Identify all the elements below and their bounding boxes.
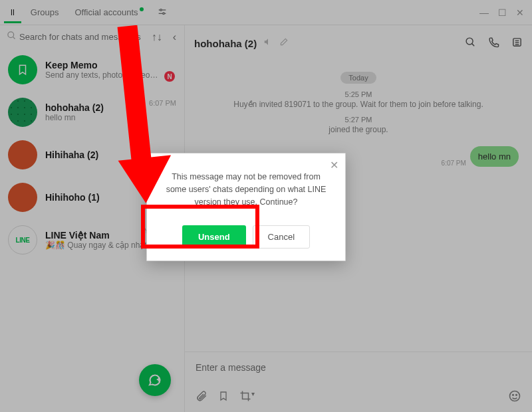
attach-icon[interactable]	[196, 390, 207, 405]
unsend-button[interactable]: Unsend	[182, 225, 246, 249]
composer-toolbar: ▾	[185, 376, 532, 412]
menu-list-icon[interactable]	[511, 37, 523, 51]
svg-point-17	[516, 395, 517, 396]
dialog-text: This message may not be removed from som…	[162, 171, 331, 208]
chat-preview: 🎉🎊 Quay ngay & cập nhật thông tin để nhậ…	[45, 241, 158, 250]
avatar: LINE	[8, 225, 37, 255]
chat-item-hohohaha[interactable]: hohohaha (2) hello mn 6:07 PM	[0, 91, 184, 134]
avatar	[8, 98, 37, 127]
avatar	[8, 140, 37, 169]
sliders-icon[interactable]	[157, 7, 168, 18]
chat-time: 6:07 PM	[149, 99, 176, 107]
system-time: 5:27 PM	[198, 116, 519, 124]
collapse-chevron-icon[interactable]: ‹	[169, 31, 180, 43]
search-input[interactable]	[19, 32, 145, 42]
bookmark-compose-icon[interactable]	[218, 391, 229, 404]
svg-point-4	[8, 32, 14, 38]
call-icon[interactable]	[488, 37, 499, 51]
svg-point-3	[162, 13, 164, 15]
message-bubble[interactable]: hello mn	[470, 146, 519, 167]
close-icon[interactable]: ✕	[330, 159, 338, 171]
sort-icon[interactable]: ↑↓	[148, 31, 166, 43]
message-input[interactable]	[196, 362, 521, 373]
emoji-icon[interactable]	[508, 389, 521, 405]
tab-official-accounts[interactable]: Official accounts	[68, 1, 150, 23]
svg-point-15	[510, 391, 520, 401]
svg-line-10	[472, 43, 475, 46]
search-icon	[7, 31, 17, 43]
chat-title: Keep Memo	[45, 60, 176, 70]
svg-point-9	[466, 38, 473, 45]
window-controls: — ☐ ✕	[479, 7, 528, 18]
maximize-icon[interactable]: ☐	[498, 7, 507, 18]
tab-groups[interactable]: Groups	[24, 1, 66, 23]
avatar	[8, 183, 37, 212]
composer	[185, 352, 532, 376]
svg-point-1	[160, 9, 162, 11]
top-tabs: ll Groups Official accounts — ☐ ✕	[0, 0, 532, 25]
new-chat-button[interactable]	[139, 364, 171, 396]
notification-dot-icon	[140, 7, 144, 11]
system-message: joined the group.	[198, 125, 519, 134]
system-message: Huyền invited 819071 to the group. Wait …	[198, 100, 519, 109]
unsend-dialog: ✕ This message may not be removed from s…	[146, 153, 346, 261]
minimize-icon[interactable]: —	[479, 7, 489, 18]
bookmark-icon	[8, 55, 37, 84]
new-badge: N	[164, 71, 175, 82]
search-chat-icon[interactable]	[465, 37, 476, 51]
chat-header: hohohaha (2)	[185, 25, 532, 61]
edit-icon[interactable]	[279, 37, 289, 49]
date-chip: Today	[340, 72, 376, 84]
svg-line-5	[13, 37, 15, 39]
chat-name: hohohaha (2)	[194, 38, 257, 49]
chat-item-keep-memo[interactable]: Keep Memo Send any texts, photos, videos…	[0, 49, 184, 91]
close-window-icon[interactable]: ✕	[516, 7, 524, 18]
chat-preview: Send any texts, photos, videos, and link…	[45, 70, 158, 80]
svg-point-16	[513, 395, 514, 396]
cancel-button[interactable]: Cancel	[253, 225, 310, 249]
crop-icon[interactable]: ▾	[239, 390, 255, 405]
message-time: 6:07 PM	[442, 159, 466, 167]
tab-all[interactable]: ll	[4, 1, 21, 23]
speaker-mute-icon[interactable]	[263, 37, 273, 49]
system-time: 5:25 PM	[198, 90, 519, 98]
chat-preview: hello mn	[45, 113, 158, 122]
